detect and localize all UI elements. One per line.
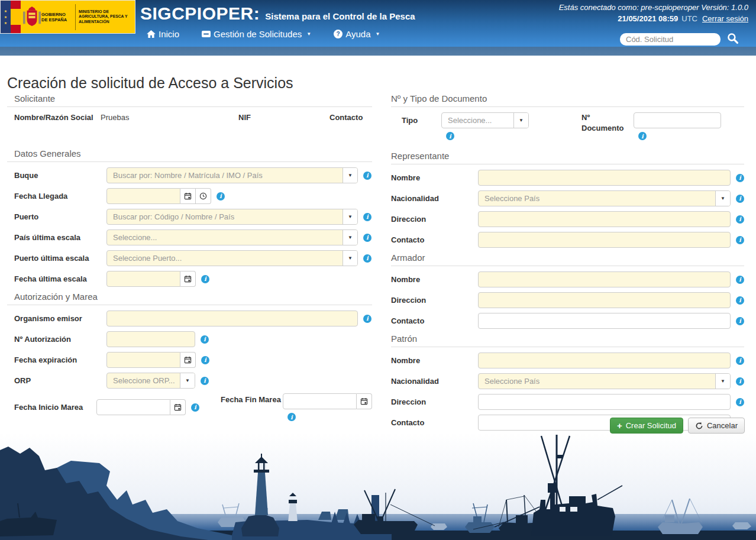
logo-divider xyxy=(75,4,76,30)
logout-link[interactable]: Cerrar sesión xyxy=(702,14,748,23)
dropdown-caret-icon: ▼ xyxy=(343,251,357,266)
left-form-sections: Datos GeneralesBuqueBuscar por: Nombre /… xyxy=(7,148,372,421)
info-icon[interactable]: i xyxy=(201,377,209,385)
button-label: Crear Solicitud xyxy=(626,421,676,430)
dropdown-caret-icon: ▼ xyxy=(715,191,730,206)
documento-row: Tipo Seleccione... ▼ i Nº Documento i xyxy=(391,112,744,140)
representante-nombre-input[interactable] xyxy=(478,170,731,186)
nav-item-inicio[interactable]: Inicio xyxy=(147,29,179,39)
tipo-documento-select[interactable]: Seleccione... ▼ xyxy=(441,112,529,128)
info-icon[interactable]: i xyxy=(363,254,371,263)
search-button[interactable] xyxy=(726,33,739,46)
form-row-fecha-ultima-escala: Fecha última escalai xyxy=(7,271,372,287)
info-icon[interactable]: i xyxy=(638,132,647,140)
select-placeholder: Seleccione País xyxy=(479,377,715,386)
info-icon[interactable]: i xyxy=(736,276,744,284)
fecha-expiracion-input[interactable] xyxy=(106,352,180,368)
calendar-button[interactable] xyxy=(170,399,186,415)
fecha-fin-marea-input[interactable] xyxy=(283,393,357,409)
form-row-fecha-inicio-marea: Fecha Inicio MareaiFecha Fin Mareai xyxy=(7,393,372,421)
chevron-down-icon: ▼ xyxy=(306,31,311,37)
fecha-inicio-marea-input[interactable] xyxy=(96,399,170,415)
right-form-sections: RepresentanteNombreiNacionalidadSeleccio… xyxy=(391,151,744,431)
info-icon[interactable]: i xyxy=(736,398,744,406)
cancelar-button[interactable]: Cancelar xyxy=(688,418,745,434)
form-row-puerto-ultima-escala: Puerto última escalaSeleccione Puerto...… xyxy=(7,250,372,266)
patron-direccion-input[interactable] xyxy=(478,394,731,410)
app-header: ★ ★ ★ GOBIERNO DE ESPAÑA MINISTERIO DE xyxy=(0,0,756,47)
info-icon[interactable]: i xyxy=(736,357,744,365)
info-icon[interactable]: i xyxy=(736,215,744,224)
numero-documento-input[interactable] xyxy=(634,112,721,128)
info-icon[interactable]: i xyxy=(446,132,454,140)
clock-button[interactable] xyxy=(196,188,211,204)
num-autorizacion-input[interactable] xyxy=(106,331,195,347)
field-label: Nombre/Razón Social xyxy=(14,113,93,122)
section-title: Solicitante xyxy=(7,93,372,107)
representante-direccion-input[interactable] xyxy=(478,211,731,227)
field-label: Contacto xyxy=(391,316,478,325)
calendar-button[interactable] xyxy=(180,188,196,204)
info-icon[interactable]: i xyxy=(217,192,225,201)
calendar-icon xyxy=(184,275,192,283)
armador-direccion-input[interactable] xyxy=(478,292,731,308)
orp-select[interactable]: Seleccione ORP...▼ xyxy=(106,373,195,389)
form-row-representante-contacto: Contactoi xyxy=(391,232,744,248)
form-row-patron-direccion: Direccioni xyxy=(391,394,744,410)
armador-contacto-input[interactable] xyxy=(478,313,731,329)
info-icon[interactable]: i xyxy=(363,234,371,242)
nav-item-gestion-solicitudes[interactable]: Gestión de Solicitudes ▼ xyxy=(202,29,311,39)
section-title: Autorización y Marea xyxy=(7,292,372,305)
crear-solicitud-button[interactable]: + Crear Solicitud xyxy=(610,418,683,434)
utc-label: UTC xyxy=(681,14,697,23)
info-icon[interactable]: i xyxy=(736,236,744,244)
info-icon[interactable]: i xyxy=(201,356,209,364)
fecha-llegada-input[interactable] xyxy=(106,188,180,204)
datetime-line: 21/05/2021 08:59UTCCerrar sesión xyxy=(559,14,748,23)
nav-item-ayuda[interactable]: ? Ayuda ▼ xyxy=(334,29,380,39)
calendar-button[interactable] xyxy=(357,393,372,409)
info-icon[interactable]: i xyxy=(287,413,296,421)
datetime-label: 21/05/2021 08:59 xyxy=(618,14,678,23)
main-nav: Inicio Gestión de Solicitudes ▼ ? Ayuda … xyxy=(147,29,380,39)
pais-ultima-escala-select[interactable]: Seleccione...▼ xyxy=(106,229,358,245)
info-icon[interactable]: i xyxy=(191,403,199,412)
fecha-ultima-escala-input[interactable] xyxy=(106,271,180,287)
buque-select[interactable]: Buscar por: Nombre / Matrícula / IMO / P… xyxy=(106,167,358,183)
info-icon[interactable]: i xyxy=(736,317,744,325)
section-title: Nº y Tipo de Documento xyxy=(391,93,744,107)
form-row-fecha-fin-marea: Fecha Fin Mareai xyxy=(221,393,372,421)
info-icon[interactable]: i xyxy=(201,335,209,344)
solicitud-search-input[interactable] xyxy=(620,33,721,46)
info-icon[interactable]: i xyxy=(736,174,744,182)
select-placeholder: Seleccione... xyxy=(107,233,343,242)
patron-nombre-input[interactable] xyxy=(478,353,731,368)
calendar-button[interactable] xyxy=(180,352,196,368)
info-icon[interactable]: i xyxy=(363,213,371,221)
info-icon[interactable]: i xyxy=(736,195,744,203)
field-label: Contacto xyxy=(391,235,478,244)
connected-status: Estás conectado como: pre-scpioperoper V… xyxy=(559,3,748,12)
representante-nacionalidad-select[interactable]: Seleccione País▼ xyxy=(478,190,731,206)
patron-nacionalidad-select[interactable]: Seleccione País▼ xyxy=(478,373,731,389)
calendar-button[interactable] xyxy=(180,271,196,287)
form-row-fecha-llegada: Fecha Llegadai xyxy=(7,188,372,204)
organismo-emisor-input[interactable] xyxy=(106,311,358,326)
form-columns: Solicitante Nombre/Razón Social Pruebas … xyxy=(7,93,749,435)
info-icon[interactable]: i xyxy=(363,172,371,180)
puerto-ultima-escala-select[interactable]: Seleccione Puerto...▼ xyxy=(106,250,358,266)
info-icon[interactable]: i xyxy=(201,275,209,283)
search-icon xyxy=(727,33,739,44)
nav-label: Inicio xyxy=(159,29,179,39)
puerto-select[interactable]: Buscar por: Código / Nombre / País▼ xyxy=(106,209,358,225)
field-label: Nacionalidad xyxy=(391,377,478,386)
representante-contacto-input[interactable] xyxy=(478,232,731,248)
info-icon[interactable]: i xyxy=(363,315,371,323)
clock-icon xyxy=(199,192,207,200)
info-icon[interactable]: i xyxy=(736,377,744,386)
solicitante-row: Nombre/Razón Social Pruebas NIF Contacto xyxy=(7,113,372,134)
header-strip xyxy=(0,47,756,56)
info-icon[interactable]: i xyxy=(736,296,744,305)
field-label: NIF xyxy=(238,113,251,122)
armador-nombre-input[interactable] xyxy=(478,271,731,287)
